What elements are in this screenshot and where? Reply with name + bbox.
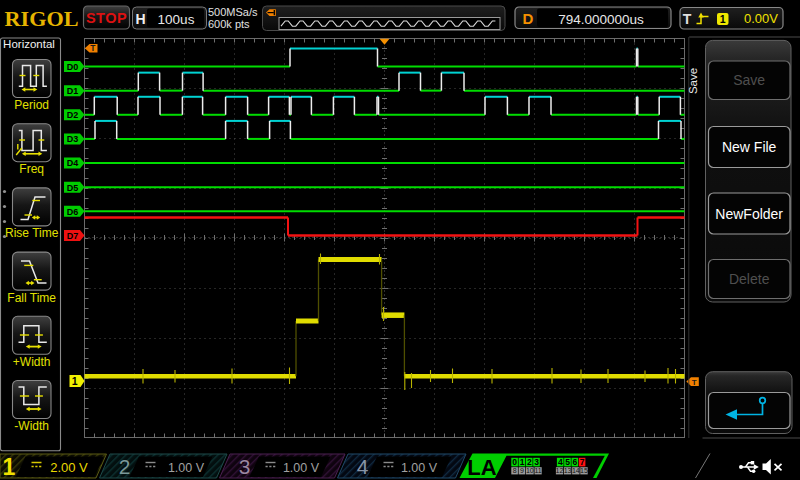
svg-text:2.00 V: 2.00 V bbox=[50, 460, 88, 475]
svg-text:2: 2 bbox=[527, 457, 532, 467]
svg-text:1: 1 bbox=[3, 454, 16, 480]
svg-text:Horizontal: Horizontal bbox=[3, 38, 55, 50]
svg-text:15: 15 bbox=[580, 467, 588, 474]
svg-text:-Width: -Width bbox=[14, 419, 49, 433]
svg-text:3: 3 bbox=[534, 457, 539, 467]
svg-text:5: 5 bbox=[565, 457, 570, 467]
svg-text:D7: D7 bbox=[67, 231, 79, 241]
svg-text:1: 1 bbox=[72, 375, 78, 387]
svg-text:100us: 100us bbox=[158, 12, 195, 27]
svg-text:794.000000us: 794.000000us bbox=[558, 12, 644, 27]
svg-text:6: 6 bbox=[573, 457, 578, 467]
svg-text:Delete: Delete bbox=[729, 271, 770, 287]
svg-text:4: 4 bbox=[558, 457, 563, 467]
svg-text:D0: D0 bbox=[67, 62, 79, 72]
svg-text:D5: D5 bbox=[67, 183, 79, 193]
svg-text:1.00 V: 1.00 V bbox=[283, 461, 320, 475]
svg-text:0: 0 bbox=[512, 457, 517, 467]
svg-text:D4: D4 bbox=[67, 158, 79, 168]
svg-text:Freq: Freq bbox=[19, 162, 44, 176]
svg-text:STOP: STOP bbox=[86, 10, 127, 26]
svg-text:1: 1 bbox=[720, 13, 726, 25]
svg-text:3: 3 bbox=[239, 455, 251, 478]
svg-text:1: 1 bbox=[520, 457, 525, 467]
svg-text:1.00 V: 1.00 V bbox=[401, 461, 438, 475]
svg-text:NewFolder: NewFolder bbox=[715, 206, 783, 222]
svg-text:13: 13 bbox=[564, 467, 572, 474]
svg-text:Rise Time: Rise Time bbox=[5, 226, 59, 240]
svg-text:500MSa/s: 500MSa/s bbox=[208, 6, 258, 18]
svg-text:Save: Save bbox=[687, 68, 699, 94]
svg-text:7: 7 bbox=[580, 457, 585, 467]
svg-text:D1: D1 bbox=[67, 86, 79, 96]
svg-text:D: D bbox=[523, 10, 534, 27]
svg-text:Save: Save bbox=[733, 72, 765, 88]
svg-text:+Width: +Width bbox=[13, 355, 51, 369]
svg-text:11: 11 bbox=[534, 467, 541, 474]
svg-text:4: 4 bbox=[357, 455, 369, 478]
svg-text:Fall Time: Fall Time bbox=[7, 291, 56, 305]
svg-text:H: H bbox=[135, 11, 145, 27]
svg-text:T: T bbox=[683, 11, 692, 27]
svg-text:14: 14 bbox=[572, 467, 580, 474]
svg-text:8: 8 bbox=[513, 467, 517, 474]
svg-text:D6: D6 bbox=[67, 207, 79, 217]
svg-text:9: 9 bbox=[520, 467, 524, 474]
svg-text:T: T bbox=[692, 378, 697, 387]
svg-text:1.00 V: 1.00 V bbox=[168, 461, 205, 475]
svg-text:New File: New File bbox=[722, 139, 777, 155]
svg-text:D3: D3 bbox=[67, 134, 79, 144]
svg-text:12: 12 bbox=[556, 467, 564, 474]
svg-text:T: T bbox=[90, 43, 96, 53]
svg-text:10: 10 bbox=[526, 467, 534, 474]
svg-text:LA: LA bbox=[467, 455, 496, 480]
svg-text:0.00V: 0.00V bbox=[744, 11, 778, 26]
svg-text:RIGOL: RIGOL bbox=[5, 6, 79, 31]
svg-text:2: 2 bbox=[119, 455, 131, 478]
svg-text:D2: D2 bbox=[67, 110, 79, 120]
svg-text:Period: Period bbox=[14, 98, 49, 112]
svg-text:600k pts: 600k pts bbox=[208, 18, 250, 30]
